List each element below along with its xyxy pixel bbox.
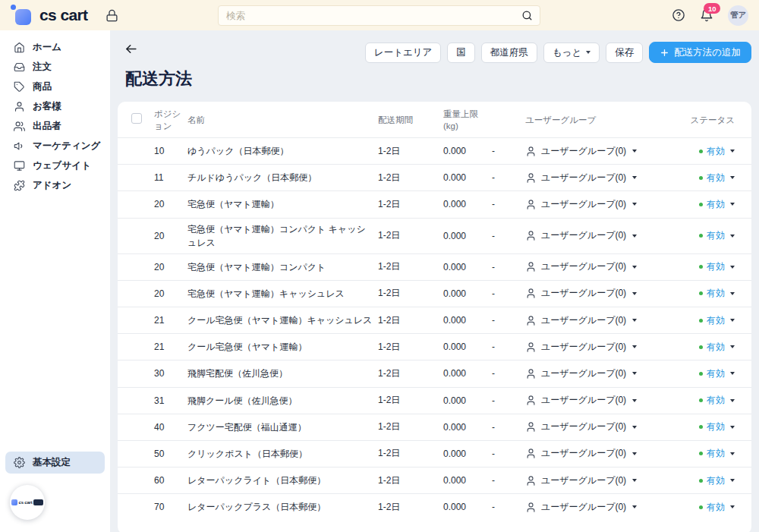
row-status-dropdown[interactable]: 有効 (674, 501, 751, 514)
bell-icon[interactable]: 10 (700, 8, 713, 22)
row-name-link[interactable]: 宅急便（ヤマト運輸）コンパクト (187, 257, 378, 278)
row-name-link[interactable]: 飛脚宅配便（佐川急便） (187, 363, 378, 384)
save-button[interactable]: 保存 (606, 42, 643, 63)
status-dot (699, 372, 703, 376)
row-name-link[interactable]: ゆうパック（日本郵便） (187, 140, 378, 162)
states-button[interactable]: 都道府県 (481, 42, 537, 63)
row-user-group-dropdown[interactable]: ユーザーグループ(0) (525, 474, 674, 487)
sidebar-item-5[interactable]: マーケティング (0, 136, 110, 156)
sidebar-item-4[interactable]: 出品者 (0, 116, 110, 136)
row-user-group-dropdown[interactable]: ユーザーグループ(0) (525, 394, 674, 407)
cscart-footer-badge[interactable]: cs cart (10, 485, 45, 520)
sidebar-nav: ホーム 注文 商品 お客様 出品者 マーケティング ウェブサイト アドオン (0, 30, 110, 195)
row-status-dropdown[interactable]: 有効 (674, 287, 751, 300)
row-status-dropdown[interactable]: 有効 (674, 420, 751, 433)
select-all-checkbox[interactable] (131, 113, 142, 124)
row-name-link[interactable]: フクツー宅配便（福山通運） (187, 417, 378, 438)
row-user-group-label: ユーザーグループ(0) (541, 260, 626, 273)
row-user-group-dropdown[interactable]: ユーザーグループ(0) (525, 447, 674, 460)
row-position: 21 (154, 342, 187, 352)
sidebar-item-0[interactable]: ホーム (0, 37, 110, 57)
row-status-dropdown[interactable]: 有効 (674, 229, 751, 242)
row-user-group-dropdown[interactable]: ユーザーグループ(0) (525, 420, 674, 433)
row-name-link[interactable]: 宅急便（ヤマト運輸）キャッシュレス (187, 283, 378, 304)
user-icon (525, 199, 537, 210)
row-status-dropdown[interactable]: 有効 (674, 474, 751, 487)
row-name-link[interactable]: 宅急便（ヤマト運輸） (187, 194, 378, 215)
inbox-icon (14, 61, 25, 73)
avatar[interactable]: 管ア (728, 5, 748, 26)
row-name-link[interactable]: クリックポスト（日本郵便） (187, 443, 378, 464)
status-dot (699, 150, 703, 153)
help-icon[interactable] (672, 8, 685, 22)
row-status-dropdown[interactable]: 有効 (674, 394, 751, 407)
row-status-dropdown[interactable]: 有効 (674, 314, 751, 327)
row-status-dropdown[interactable]: 有効 (674, 367, 751, 380)
row-status-dropdown[interactable]: 有効 (674, 260, 751, 273)
row-weight-limit: 0.000 (443, 342, 492, 352)
row-weight-limit: 0.000 (443, 449, 492, 459)
table-row: 60 レターパックライト（日本郵便） 1-2日 0.000 - ユーザーグループ… (118, 467, 751, 493)
row-status-dropdown[interactable]: 有効 (674, 447, 751, 460)
row-status-dropdown[interactable]: 有効 (674, 198, 751, 211)
chevron-down-icon (730, 319, 735, 322)
search-input[interactable] (219, 11, 521, 21)
col-user-group: ユーザーグループ (525, 115, 674, 127)
row-status-dropdown[interactable]: 有効 (674, 145, 751, 158)
row-user-group-dropdown[interactable]: ユーザーグループ(0) (525, 501, 674, 514)
row-user-group-label: ユーザーグループ(0) (541, 394, 626, 407)
user-icon (525, 395, 537, 406)
row-name-link[interactable]: クール宅急便（ヤマト運輸） (187, 336, 378, 357)
row-user-group-label: ユーザーグループ(0) (541, 341, 626, 354)
sidebar-item-3[interactable]: お客様 (0, 96, 110, 116)
row-status-dropdown[interactable]: 有効 (674, 341, 751, 354)
row-user-group-dropdown[interactable]: ユーザーグループ(0) (525, 314, 674, 327)
lock-icon[interactable] (106, 9, 118, 22)
countries-button[interactable]: 国 (447, 42, 475, 63)
user-icon (525, 288, 537, 299)
row-user-group-dropdown[interactable]: ユーザーグループ(0) (525, 229, 674, 242)
row-name-link[interactable]: 飛脚クール便（佐川急便） (187, 390, 378, 411)
row-user-group-label: ユーザーグループ(0) (541, 287, 626, 300)
sidebar-item-1[interactable]: 注文 (0, 57, 110, 77)
sidebar-item-7[interactable]: アドオン (0, 175, 110, 195)
row-user-group-dropdown[interactable]: ユーザーグループ(0) (525, 172, 674, 184)
monitor-icon (14, 160, 25, 172)
row-name-link[interactable]: クール宅急便（ヤマト運輸）キャッシュレス (187, 310, 378, 331)
chevron-down-icon (632, 150, 637, 153)
cscart-logo[interactable]: cs cart (14, 6, 88, 24)
row-name-link[interactable]: レターパックプラス（日本郵便） (187, 496, 378, 518)
rate-areas-button[interactable]: レートエリア (365, 42, 441, 63)
row-user-group-dropdown[interactable]: ユーザーグループ(0) (525, 341, 674, 354)
add-shipping-method-button[interactable]: 配送方法の追加 (649, 42, 751, 63)
row-user-group-dropdown[interactable]: ユーザーグループ(0) (525, 367, 674, 380)
row-status-label: 有効 (707, 260, 725, 273)
row-name-link[interactable]: チルドゆうパック（日本郵便） (187, 167, 378, 188)
row-status-label: 有効 (707, 394, 725, 407)
back-arrow-icon[interactable] (124, 42, 138, 56)
search-icon[interactable] (521, 10, 533, 21)
chevron-down-icon (730, 292, 735, 295)
countries-label: 国 (456, 46, 466, 59)
table-row: 21 クール宅急便（ヤマト運輸） 1-2日 0.000 - ユーザーグループ(0… (118, 333, 751, 360)
row-delivery-period: 1-2日 (378, 341, 443, 354)
user-icon (525, 475, 537, 486)
row-user-group-dropdown[interactable]: ユーザーグループ(0) (525, 260, 674, 273)
col-status: ステータス (674, 115, 751, 127)
row-user-group-dropdown[interactable]: ユーザーグループ(0) (525, 198, 674, 211)
row-user-group-dropdown[interactable]: ユーザーグループ(0) (525, 287, 674, 300)
sidebar-item-6[interactable]: ウェブサイト (0, 156, 110, 175)
row-status-dropdown[interactable]: 有効 (674, 172, 751, 184)
row-user-group-dropdown[interactable]: ユーザーグループ(0) (525, 145, 674, 158)
table-row: 31 飛脚クール便（佐川急便） 1-2日 0.000 - ユーザーグループ(0)… (118, 387, 751, 414)
toolbar: レートエリア 国 都道府県 もっと 保存 配送方法の追加 (365, 42, 751, 63)
sidebar-item-2[interactable]: 商品 (0, 77, 110, 96)
more-button[interactable]: もっと (543, 42, 600, 63)
row-status-label: 有効 (707, 474, 725, 487)
chevron-down-icon (730, 235, 735, 238)
row-name-link[interactable]: 宅急便（ヤマト運輸）コンパクト キャッシュレス (187, 219, 378, 253)
row-name-link[interactable]: レターパックライト（日本郵便） (187, 470, 378, 491)
row-user-group-label: ユーザーグループ(0) (541, 229, 626, 242)
row-weight-dash: - (492, 422, 525, 433)
sidebar-item-settings[interactable]: 基本設定 (5, 452, 105, 474)
